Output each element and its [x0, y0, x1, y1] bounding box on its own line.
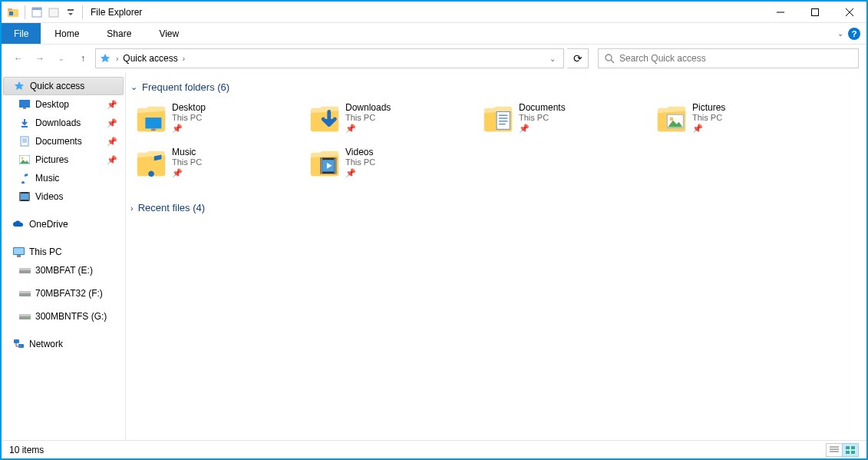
section-header-recent[interactable]: › Recent files (4): [130, 202, 862, 213]
drive-icon: [17, 266, 32, 274]
svg-point-31: [28, 271, 29, 273]
svg-rect-1: [8, 8, 12, 11]
sidebar-drive-f[interactable]: 70MBFAT32 (F:): [2, 284, 125, 303]
folder-name: Pictures: [692, 102, 725, 113]
svg-rect-2: [9, 12, 13, 15]
svg-rect-33: [19, 291, 31, 293]
sidebar-item-desktop[interactable]: Desktop 📌: [2, 95, 125, 114]
svg-rect-53: [320, 157, 322, 174]
qat-newfolder-icon[interactable]: [45, 4, 62, 21]
sidebar-label: Downloads: [35, 117, 81, 128]
sidebar-drive-g[interactable]: 300MBNTFS (G:): [2, 307, 125, 326]
breadcrumb-sep[interactable]: ›: [181, 55, 186, 63]
window-title: File Explorer: [91, 7, 142, 18]
status-bar: 10 items: [2, 440, 866, 458]
sidebar-network[interactable]: Network: [2, 335, 125, 353]
back-button[interactable]: ←: [9, 49, 28, 68]
tab-home[interactable]: Home: [41, 23, 93, 44]
download-icon: [17, 117, 32, 128]
sidebar-label: 30MBFAT (E:): [35, 265, 93, 276]
music-icon: [17, 173, 32, 184]
maximize-button[interactable]: [797, 2, 832, 23]
folder-tile-videos[interactable]: Videos This PC 📌: [304, 144, 477, 188]
svg-rect-24: [19, 192, 21, 201]
folder-tile-documents[interactable]: Documents This PC 📌: [477, 99, 651, 144]
sidebar-item-music[interactable]: Music: [2, 169, 125, 187]
network-icon: [11, 339, 26, 349]
sidebar-item-pictures[interactable]: Pictures 📌: [2, 151, 125, 169]
up-button[interactable]: ↑: [74, 49, 92, 68]
breadcrumb[interactable]: Quick access: [120, 53, 180, 64]
address-history-dropdown[interactable]: ⌄: [545, 55, 560, 63]
forward-button[interactable]: →: [31, 49, 49, 68]
folder-tile-desktop[interactable]: Desktop This PC 📌: [130, 99, 304, 144]
address-row: ← → ⌄ ↑ › Quick access › ⌄ ⟳: [2, 45, 866, 72]
search-box[interactable]: [598, 48, 859, 68]
qat-properties-icon[interactable]: [28, 4, 45, 21]
details-view-button[interactable]: [826, 443, 843, 457]
search-icon: [605, 54, 615, 64]
sidebar-label: Quick access: [30, 81, 84, 91]
help-icon[interactable]: ?: [848, 28, 860, 40]
recent-locations-button[interactable]: ⌄: [52, 49, 71, 68]
folder-icon: [135, 102, 167, 134]
pin-icon: 📌: [345, 124, 391, 134]
svg-rect-6: [68, 9, 74, 11]
folder-location: This PC: [692, 113, 725, 122]
sidebar-drive-e[interactable]: 30MBFAT (E:): [2, 261, 125, 280]
address-bar[interactable]: › Quick access › ⌄: [95, 48, 564, 68]
sidebar-label: 70MBFAT32 (F:): [35, 288, 103, 299]
pin-icon: 📌: [519, 124, 566, 134]
sidebar-label: This PC: [29, 247, 62, 257]
sidebar-item-videos[interactable]: Videos: [2, 187, 125, 206]
close-button[interactable]: [832, 2, 866, 23]
navigation-pane: Quick access Desktop 📌 Downloads 📌 Docum…: [2, 72, 126, 440]
drive-icon: [17, 290, 32, 297]
folder-tile-music[interactable]: Music This PC 📌: [130, 144, 304, 188]
desktop-icon: [17, 100, 32, 109]
svg-point-11: [606, 55, 612, 61]
sidebar-item-downloads[interactable]: Downloads 📌: [2, 114, 125, 132]
sidebar-onedrive[interactable]: OneDrive: [2, 215, 125, 233]
separator: [25, 5, 25, 19]
folder-icon: [309, 147, 341, 179]
tab-file[interactable]: File: [2, 23, 41, 44]
section-header-frequent[interactable]: ⌄ Frequent folders (6): [130, 81, 862, 93]
tab-view[interactable]: View: [145, 23, 193, 44]
tab-share[interactable]: Share: [93, 23, 145, 44]
folder-location: This PC: [172, 113, 206, 122]
sidebar-label: Videos: [35, 191, 63, 202]
ribbon-collapse-icon[interactable]: ⌄: [837, 29, 843, 38]
video-icon: [17, 192, 32, 201]
sidebar-label: Pictures: [35, 154, 68, 165]
frequent-folders-grid: Desktop This PC 📌 Downloads This PC 📌 Do…: [130, 99, 862, 188]
cloud-icon: [11, 220, 26, 229]
refresh-button[interactable]: ⟳: [567, 48, 589, 68]
minimize-button[interactable]: [763, 2, 797, 23]
document-icon: [17, 136, 32, 147]
folder-tile-pictures[interactable]: Pictures This PC 📌: [651, 99, 824, 144]
section-title: Recent files (4): [138, 202, 205, 213]
sidebar-item-documents[interactable]: Documents 📌: [2, 132, 125, 151]
pin-icon: 📌: [107, 100, 117, 110]
large-icons-view-button[interactable]: [842, 443, 859, 457]
svg-rect-30: [19, 268, 31, 270]
pc-icon: [11, 247, 26, 257]
svg-rect-36: [19, 314, 31, 316]
qat-dropdown-icon[interactable]: [62, 4, 79, 21]
search-input[interactable]: [619, 53, 852, 64]
titlebar: File Explorer: [2, 2, 866, 23]
folder-location: This PC: [345, 157, 375, 167]
sidebar-thispc[interactable]: This PC: [2, 243, 125, 261]
svg-point-50: [670, 117, 674, 121]
sidebar-label: Music: [35, 173, 59, 184]
section-title: Frequent folders (6): [142, 81, 229, 93]
svg-rect-38: [14, 339, 19, 343]
folder-icon: [309, 102, 341, 134]
folder-tile-downloads[interactable]: Downloads This PC 📌: [304, 99, 477, 144]
status-item-count: 10 items: [9, 445, 44, 455]
pin-icon: 📌: [107, 137, 117, 147]
svg-rect-16: [21, 137, 28, 146]
sidebar-quick-access[interactable]: Quick access: [3, 77, 124, 95]
folder-name: Downloads: [345, 102, 391, 113]
